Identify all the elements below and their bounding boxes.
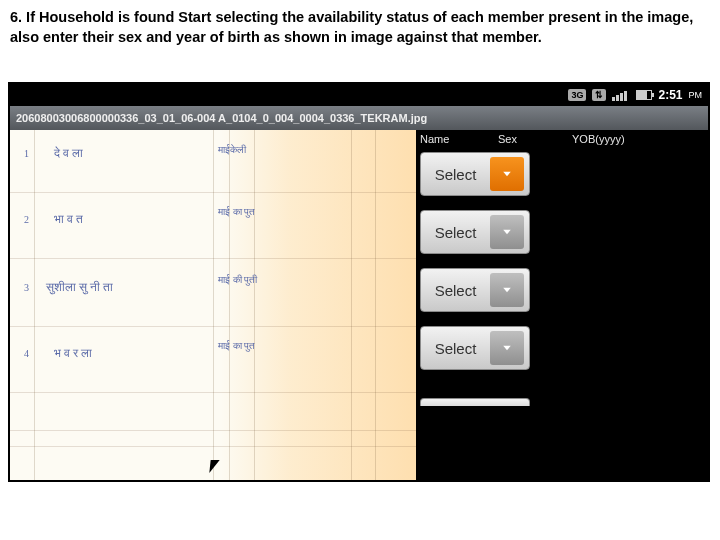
- row-number: 1: [24, 148, 29, 159]
- handwritten-relation: माई का पुत: [218, 340, 255, 351]
- handwritten-relation: माई की पुती: [218, 274, 257, 285]
- select-label: Select: [421, 282, 490, 299]
- handwritten-relation: माईकेली: [218, 144, 246, 156]
- handwritten-name: सुशीला सु नी ता: [46, 280, 113, 295]
- availability-select-button[interactable]: Select: [420, 326, 530, 370]
- header-sex: Sex: [498, 133, 538, 145]
- header-yob: YOB(yyyy): [572, 133, 625, 145]
- availability-select-button[interactable]: [420, 398, 530, 406]
- data-sync-icon: ⇅: [592, 89, 606, 101]
- member-entry-panel: Name Sex YOB(yyyy) SelectSelectSelectSel…: [416, 130, 708, 480]
- android-statusbar: 3G ⇅ 2:51 PM: [10, 84, 708, 106]
- header-name: Name: [420, 133, 464, 145]
- row-number: 4: [24, 348, 29, 359]
- battery-icon: [636, 90, 652, 100]
- availability-select-button[interactable]: Select: [420, 152, 530, 196]
- handwritten-relation: माई का पुत: [218, 206, 255, 217]
- availability-select-button[interactable]: Select: [420, 268, 530, 312]
- chevron-down-icon: [490, 157, 524, 191]
- signal-icon: [612, 89, 630, 101]
- device-frame: 3G ⇅ 2:51 PM 20608003006800000336_03_01_…: [8, 82, 710, 482]
- image-title-bar: 20608003006800000336_03_01_06-004 A_0104…: [10, 106, 708, 130]
- row-number: 2: [24, 214, 29, 225]
- content-area: 1 दे व ला माईकेली 2 भा व त माई का पुत 3 …: [10, 130, 708, 480]
- handwritten-name: दे व ला: [54, 146, 83, 161]
- network-3g-icon: 3G: [568, 89, 586, 101]
- household-register-photo[interactable]: 1 दे व ला माईकेली 2 भा व त माई का पुत 3 …: [10, 130, 416, 480]
- chevron-down-icon: [490, 273, 524, 307]
- handwritten-name: भ व र ला: [54, 346, 92, 361]
- select-label: Select: [421, 224, 490, 241]
- chevron-down-icon: [490, 331, 524, 365]
- chevron-down-icon: [490, 215, 524, 249]
- column-headers: Name Sex YOB(yyyy): [416, 130, 708, 148]
- image-filename: 20608003006800000336_03_01_06-004 A_0104…: [16, 112, 427, 124]
- row-number: 3: [24, 282, 29, 293]
- select-label: Select: [421, 340, 490, 357]
- select-label: Select: [421, 166, 490, 183]
- instruction-text: 6. If Household is found Start selecting…: [0, 0, 720, 51]
- handwritten-name: भा व त: [54, 212, 83, 227]
- clock-time: 2:51: [658, 88, 682, 102]
- availability-select-button[interactable]: Select: [420, 210, 530, 254]
- clock-ampm: PM: [689, 90, 703, 100]
